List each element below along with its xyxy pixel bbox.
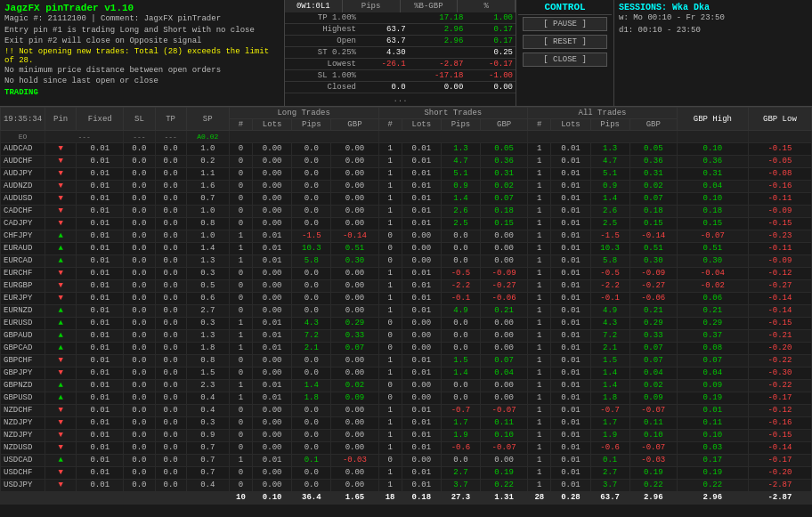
sl-cell: 0.0 xyxy=(124,380,155,392)
llots-cell: 0.01 xyxy=(253,255,292,268)
dir-cell: ▼ xyxy=(45,405,77,417)
table-row: CHFJPY ▲ 0.01 0.0 0.0 1.0 1 0.01 -1.5 -0… xyxy=(1,230,812,243)
sn-cell: 1 xyxy=(378,181,402,193)
lpips-cell: 0.0 xyxy=(292,280,331,293)
low-cell: -0.12 xyxy=(748,405,811,417)
table-row: AUDCHF ▼ 0.01 0.0 0.0 0.2 0 0.00 0.0 0.0… xyxy=(1,156,812,168)
alots-cell: 0.01 xyxy=(551,417,590,430)
lgbp-cell: -0.14 xyxy=(331,230,378,243)
spips-cell: 0.0 xyxy=(441,380,480,392)
apips-cell: 4.9 xyxy=(590,305,629,318)
agbp-cell: -0.03 xyxy=(629,455,677,467)
low-cell: -0.14 xyxy=(748,442,811,455)
sp-cell: 0.7 xyxy=(186,442,229,455)
ln-cell: 1 xyxy=(229,380,252,392)
top-panel: JagzFX pinTrader v1.10 Magic #: 21112100… xyxy=(0,0,812,107)
table-row: GBPJPY ▼ 0.01 0.0 0.0 1.5 0 0.00 0.0 0.0… xyxy=(1,368,812,380)
tp-cell: 0.0 xyxy=(155,193,186,206)
apips-cell: -0.5 xyxy=(590,268,629,280)
llots-cell: 0.01 xyxy=(253,243,292,255)
table-row: GBPCHF ▼ 0.01 0.0 0.0 0.8 0 0.00 0.0 0.0… xyxy=(1,355,812,368)
an-cell: 1 xyxy=(528,442,551,455)
high-cell: 0.19 xyxy=(677,392,748,405)
lgbp-cell: 0.00 xyxy=(331,368,378,380)
fixed-cell: 0.01 xyxy=(77,455,124,467)
warning-line: !! Not opening new trades: Total (28) ex… xyxy=(4,47,280,65)
an-cell: 1 xyxy=(528,168,551,181)
apips-cell: 5.1 xyxy=(590,168,629,181)
fixed-cell: 0.01 xyxy=(77,230,124,243)
close-button[interactable]: [ CLOSE ] xyxy=(523,53,607,67)
alots-cell: 0.01 xyxy=(551,368,590,380)
ln-cell: 1 xyxy=(229,330,252,343)
tp-cell: 0.0 xyxy=(155,181,186,193)
pause-button[interactable]: [ PAUSE ] xyxy=(523,17,607,31)
lpips-cell: 0.0 xyxy=(292,368,331,380)
agbp-cell: 0.15 xyxy=(629,218,677,230)
an-cell: 1 xyxy=(528,156,551,168)
pair-cell: AUDCHF xyxy=(1,156,45,168)
sn-cell: 1 xyxy=(378,293,402,305)
high-cell: 0.06 xyxy=(677,293,748,305)
slots-cell: 0.01 xyxy=(402,193,441,206)
reset-button[interactable]: [ RESET ] xyxy=(523,35,607,49)
high-cell: 0.30 xyxy=(677,255,748,268)
sp-cell: 0.4 xyxy=(186,480,229,492)
low-cell: -0.14 xyxy=(748,305,811,318)
spips-cell: 4.7 xyxy=(441,156,480,168)
an-cell: 1 xyxy=(528,230,551,243)
pair-cell: GBPCAD xyxy=(1,343,45,355)
llots-cell: 0.00 xyxy=(253,206,292,218)
sgbp-cell: 0.31 xyxy=(481,168,528,181)
dir-cell: ▼ xyxy=(45,467,77,480)
spips-cell: 1.5 xyxy=(441,355,480,368)
lgbp-cell: 0.00 xyxy=(331,355,378,368)
th-all: All Trades xyxy=(528,108,678,119)
ln-cell: 0 xyxy=(229,467,252,480)
agbp-cell: 0.31 xyxy=(629,168,677,181)
sl-cell: 0.0 xyxy=(124,230,155,243)
sp-cell: 1.8 xyxy=(186,343,229,355)
high-cell: 0.09 xyxy=(677,380,748,392)
low-cell: -0.16 xyxy=(748,417,811,430)
th-fixed: Fixed xyxy=(77,108,124,131)
lpips-cell: 0.0 xyxy=(292,193,331,206)
llots-cell: 0.01 xyxy=(253,330,292,343)
slots-cell: 0.01 xyxy=(402,430,441,442)
llots-cell: 0.00 xyxy=(253,417,292,430)
sgbp-cell: -0.06 xyxy=(481,293,528,305)
high-cell: 0.10 xyxy=(677,143,748,156)
sgbp-cell: 0.15 xyxy=(481,218,528,230)
lpips-cell: -1.5 xyxy=(292,230,331,243)
high-cell: -0.04 xyxy=(677,268,748,280)
tp-cell: 0.0 xyxy=(155,417,186,430)
agbp-cell: 0.51 xyxy=(629,243,677,255)
dir-cell: ▼ xyxy=(45,181,77,193)
llots-cell: 0.00 xyxy=(253,355,292,368)
low-cell: -0.15 xyxy=(748,218,811,230)
sn-cell: 0 xyxy=(378,255,402,268)
dir-cell: ▲ xyxy=(45,243,77,255)
sp-cell: 0.6 xyxy=(186,293,229,305)
apips-cell: 3.7 xyxy=(590,480,629,492)
slots-cell: 0.01 xyxy=(402,442,441,455)
spips-cell: 0.0 xyxy=(441,343,480,355)
slots-cell: 0.00 xyxy=(402,380,441,392)
low-cell: -2.87 xyxy=(748,480,811,492)
table-row: CADJPY ▼ 0.01 0.0 0.0 0.8 0 0.00 0.0 0.0… xyxy=(1,218,812,230)
sp-cell: 0.8 xyxy=(186,218,229,230)
low-cell: -0.16 xyxy=(748,181,811,193)
high-cell: -0.02 xyxy=(677,280,748,293)
slots-cell: 0.01 xyxy=(402,305,441,318)
alots-cell: 0.01 xyxy=(551,318,590,330)
stats-label-lowest: Lowest xyxy=(285,59,359,70)
th-s-num: # xyxy=(378,119,402,131)
llots-cell: 0.00 xyxy=(253,181,292,193)
dir-cell: ▲ xyxy=(45,230,77,243)
sl-cell: 0.0 xyxy=(124,168,155,181)
agbp-cell: 0.21 xyxy=(629,305,677,318)
sp-cell: 0.4 xyxy=(186,392,229,405)
high-cell: 0.01 xyxy=(677,405,748,417)
high-cell: 0.04 xyxy=(677,181,748,193)
th-s-lots: Lots xyxy=(402,119,441,131)
